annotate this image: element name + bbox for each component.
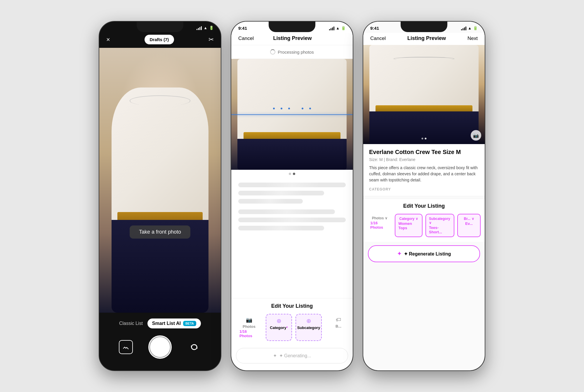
edit-tabs: 📷 Photos 1/16 Photos ⊕ Category* ⊕ Subca… <box>231 314 353 343</box>
camera-controls <box>99 335 221 359</box>
svg-rect-0 <box>123 344 129 350</box>
dot-2 <box>425 138 427 139</box>
category-label: CATEGORY <box>369 187 479 191</box>
scan-line <box>231 114 353 115</box>
skeleton-loading <box>231 178 353 298</box>
scan-dots <box>231 108 353 109</box>
processing-spinner <box>270 49 275 55</box>
dot-1 <box>289 173 291 175</box>
tab-photos[interactable]: 📷 Photos 1/16 Photos <box>236 314 262 341</box>
edit-section: Edit Your Listing 📷 Photos 1/16 Photos ⊕… <box>231 298 353 346</box>
photos-icon: 📷 <box>246 317 252 323</box>
take-photo-overlay: Take a front photo <box>130 225 190 239</box>
phone-camera: ▲ 🔋 × Drafts (7) ✂ Take a front ph <box>99 21 221 371</box>
phone2-nav: Cancel Listing Preview <box>231 33 353 45</box>
image-dots-indicator <box>231 170 353 178</box>
tab-category[interactable]: ⊕ Category* <box>266 314 292 341</box>
image-page-dots <box>422 138 427 139</box>
drafts-button[interactable]: Drafts (7) <box>145 35 174 44</box>
beta-badge: BETA <box>183 321 196 326</box>
camera-bottom: Classic List Smart List AI BETA <box>99 313 221 370</box>
flip-camera-button[interactable] <box>187 340 201 354</box>
skeleton-line-2 <box>238 191 324 195</box>
tab-subcategory[interactable]: Subcategory ∨ Tees- Short... <box>425 214 454 237</box>
camera-mode-row: Classic List Smart List AI BETA <box>99 318 221 328</box>
skeleton-line-5 <box>238 218 346 222</box>
scissors-button[interactable]: ✂ <box>208 36 214 43</box>
tab-category[interactable]: Category ∨ Women Tops <box>395 214 423 237</box>
generating-button[interactable]: ✦ ✦ Generating... <box>236 348 348 363</box>
tab-brand[interactable]: 🏷 B... <box>325 314 352 341</box>
dot-1 <box>422 138 423 139</box>
processing-label: Processing photos <box>278 50 314 55</box>
notch <box>269 22 315 32</box>
classic-mode-label[interactable]: Classic List <box>119 321 143 326</box>
skeleton-line-3 <box>238 199 303 204</box>
edit-section-title: Edit Your Listing <box>363 203 485 209</box>
shutter-button[interactable] <box>148 335 172 359</box>
tab-brand[interactable]: Br... ∨ Ev... <box>457 214 481 237</box>
notch <box>137 22 183 32</box>
phone-processing: 9:41 ▲ 🔋 Cancel Li <box>231 21 353 371</box>
listing-meta: Size: M | Brand: Everlane <box>369 157 479 162</box>
cancel-button[interactable]: Cancel <box>370 36 386 41</box>
category-icon: ⊕ <box>277 317 281 324</box>
edit-photo-button[interactable]: 📷 <box>471 130 481 141</box>
edit-section: Edit Your Listing Photos ∨ 1/16 Photos C… <box>363 199 485 242</box>
gallery-button[interactable] <box>119 340 133 354</box>
notch <box>401 22 447 32</box>
phone3-nav: Cancel Listing Preview Next <box>363 33 485 45</box>
camera-viewfinder: Take a front photo <box>99 48 221 313</box>
phone-listing: 9:41 ▲ 🔋 Cancel Li <box>363 21 485 371</box>
listing-details: Everlane Cotton Crew Tee Size M Size: M … <box>363 144 485 196</box>
sparkle-icon: ✦ <box>397 251 402 257</box>
skeleton-line-6 <box>238 226 324 230</box>
brand-icon: 🏷 <box>336 317 341 323</box>
tab-subcategory[interactable]: ⊕ Subcategory <box>296 314 322 341</box>
skeleton-line-4 <box>238 209 335 214</box>
regenerate-button[interactable]: ✦ ✦ Regenerate Listing <box>368 245 480 262</box>
subcategory-icon: ⊕ <box>306 317 311 324</box>
next-button[interactable]: Next <box>467 36 478 41</box>
edit-tabs: Photos ∨ 1/16 Photos Category ∨ Women To… <box>363 214 485 239</box>
cancel-button[interactable]: Cancel <box>238 36 254 41</box>
listing-description: This piece offers a classic crew neck, o… <box>369 165 479 183</box>
preview-image <box>231 59 353 170</box>
page-title: Listing Preview <box>273 35 312 41</box>
listing-title: Everlane Cotton Crew Tee Size M <box>369 149 479 155</box>
smart-mode-label[interactable]: Smart List AI BETA <box>147 318 201 328</box>
close-button[interactable]: × <box>106 36 110 43</box>
tab-photos[interactable]: Photos ∨ 1/16 Photos <box>367 214 392 237</box>
edit-section-title: Edit Your Listing <box>231 303 353 309</box>
page-title: Listing Preview <box>407 35 446 41</box>
sparkle-icon: ✦ <box>273 353 277 358</box>
listing-image: 📷 <box>363 45 485 144</box>
camera-header: × Drafts (7) ✂ <box>99 32 221 48</box>
skeleton-line-1 <box>238 183 346 187</box>
regen-label: ✦ Regenerate Listing <box>404 251 451 257</box>
dot-2 <box>293 173 295 175</box>
processing-banner: Processing photos <box>231 45 353 59</box>
